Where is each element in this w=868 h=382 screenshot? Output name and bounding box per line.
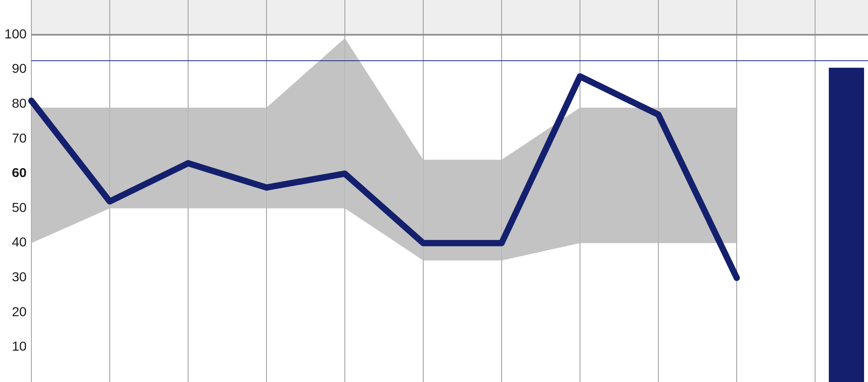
range-band bbox=[31, 38, 737, 261]
end-bar bbox=[829, 68, 864, 382]
ytick-70: 70 bbox=[12, 130, 27, 145]
ytick-100: 100 bbox=[4, 26, 27, 41]
above-100-region bbox=[31, 0, 868, 35]
chart-container: 100 90 80 70 60 50 40 30 20 10 bbox=[0, 0, 868, 382]
ytick-40: 40 bbox=[12, 234, 27, 249]
ytick-20: 20 bbox=[12, 304, 27, 319]
ytick-50: 50 bbox=[12, 200, 27, 215]
ytick-60: 60 bbox=[12, 165, 27, 180]
ytick-80: 80 bbox=[12, 96, 27, 110]
ytick-30: 30 bbox=[12, 269, 27, 284]
y-axis-tick-labels: 100 90 80 70 60 50 40 30 20 10 bbox=[4, 26, 27, 354]
line-end-dot bbox=[734, 275, 740, 281]
ytick-10: 10 bbox=[12, 339, 27, 353]
ytick-90: 90 bbox=[12, 61, 27, 76]
chart-svg: 100 90 80 70 60 50 40 30 20 10 bbox=[0, 0, 868, 382]
